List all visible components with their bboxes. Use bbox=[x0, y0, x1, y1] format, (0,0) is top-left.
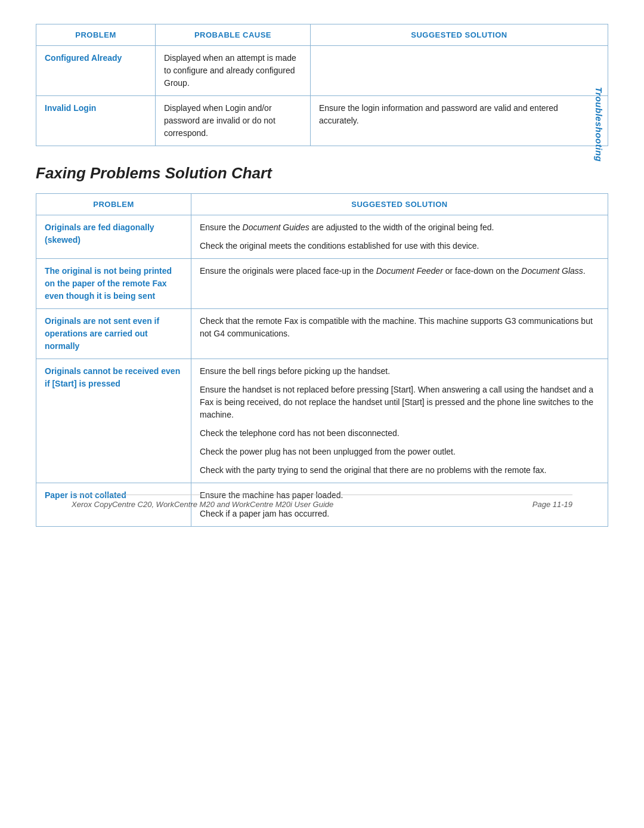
solution-cell: Ensure the bell rings before picking up … bbox=[191, 359, 608, 483]
table-row: Originals cannot be received even if [St… bbox=[36, 359, 608, 483]
solution-cell: Check that the remote Fax is compatible … bbox=[191, 309, 608, 359]
problem-cell: Originals are fed diagonally (skewed) bbox=[36, 215, 191, 259]
fax-header-solution: SUGGESTED SOLUTION bbox=[191, 194, 608, 215]
top-header-cause: PROBABLE CAUSE bbox=[156, 24, 311, 46]
problem-cell: Configured Already bbox=[36, 46, 156, 96]
solution-cell bbox=[311, 46, 608, 96]
sidebar-label: Troubleshooting bbox=[595, 87, 605, 162]
solution-cell: Ensure the originals were placed face-up… bbox=[191, 259, 608, 309]
top-header-solution: SUGGESTED SOLUTION bbox=[311, 24, 608, 46]
solution-cell: Ensure the Document Guides are adjusted … bbox=[191, 215, 608, 259]
table-row: The original is not being printed on the… bbox=[36, 259, 608, 309]
fax-header-problem: PROBLEM bbox=[36, 194, 191, 215]
problem-cell: Originals cannot be received even if [St… bbox=[36, 359, 191, 483]
footer-right: Page 11-19 bbox=[532, 500, 572, 509]
solution-cell: Ensure the login information and passwor… bbox=[311, 96, 608, 146]
table-row: Originals are fed diagonally (skewed) En… bbox=[36, 215, 608, 259]
problem-cell: Originals are not sent even if operation… bbox=[36, 309, 191, 359]
cause-cell: Displayed when an attempt is made to con… bbox=[156, 46, 311, 96]
footer: Xerox CopyCentre C20, WorkCentre M20 and… bbox=[72, 495, 572, 509]
cause-cell: Displayed when Login and/or password are… bbox=[156, 96, 311, 146]
top-header-problem: PROBLEM bbox=[36, 24, 156, 46]
problem-cell: Invalid Login bbox=[36, 96, 156, 146]
table-row: Invalid Login Displayed when Login and/o… bbox=[36, 96, 608, 146]
table-row: Originals are not sent even if operation… bbox=[36, 309, 608, 359]
table-row: Configured Already Displayed when an att… bbox=[36, 46, 608, 96]
footer-left: Xerox CopyCentre C20, WorkCentre M20 and… bbox=[72, 500, 333, 509]
top-table: PROBLEM PROBABLE CAUSE SUGGESTED SOLUTIO… bbox=[36, 24, 608, 146]
fax-table: PROBLEM SUGGESTED SOLUTION Originals are… bbox=[36, 193, 608, 527]
problem-cell: The original is not being printed on the… bbox=[36, 259, 191, 309]
section-title: Faxing Problems Solution Chart bbox=[36, 164, 608, 183]
